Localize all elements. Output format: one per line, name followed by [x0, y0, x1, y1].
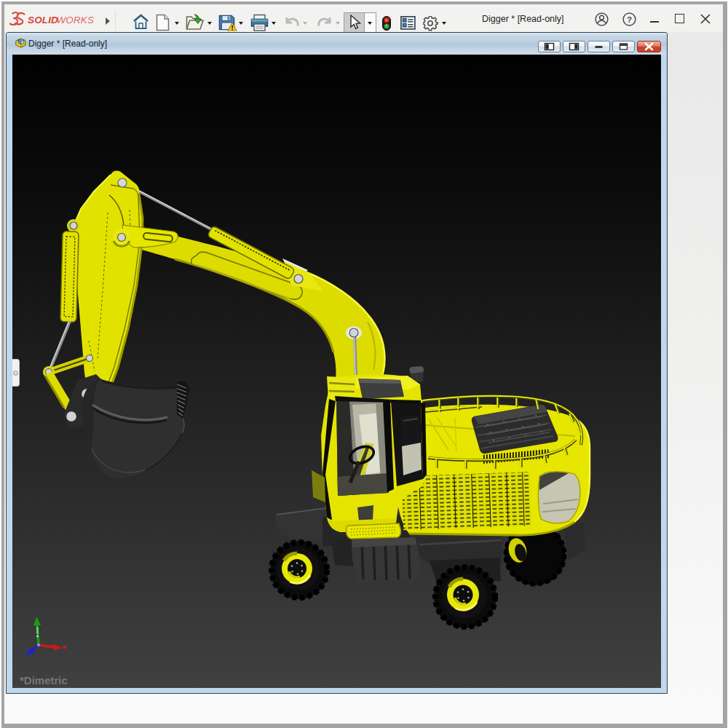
- svg-text:WORKS: WORKS: [57, 15, 95, 25]
- svg-text:SOLID: SOLID: [28, 15, 58, 25]
- svg-text:?: ?: [627, 15, 632, 24]
